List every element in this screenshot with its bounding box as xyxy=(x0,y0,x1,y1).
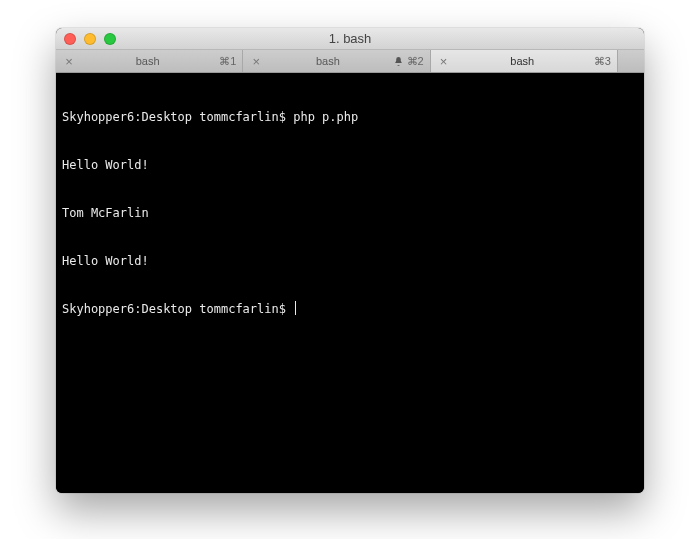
tab-label: bash xyxy=(76,55,219,67)
close-tab-icon[interactable]: × xyxy=(249,54,263,69)
tab-label: bash xyxy=(263,55,392,67)
tab-2[interactable]: × bash ⌘2 xyxy=(243,50,430,72)
tab-1[interactable]: × bash ⌘1 xyxy=(56,50,243,72)
tab-shortcut: ⌘2 xyxy=(407,55,424,68)
terminal-line: Skyhopper6:Desktop tommcfarlin$ php p.ph… xyxy=(62,109,638,125)
tab-3[interactable]: × bash ⌘3 xyxy=(431,50,618,72)
tab-bar: × bash ⌘1 × bash ⌘2 × bash ⌘3 xyxy=(56,50,644,73)
close-tab-icon[interactable]: × xyxy=(437,54,451,69)
tab-shortcut: ⌘1 xyxy=(219,55,236,68)
prompt: Skyhopper6:Desktop tommcfarlin$ xyxy=(62,110,286,124)
prompt: Skyhopper6:Desktop tommcfarlin$ xyxy=(62,302,286,316)
titlebar[interactable]: 1. bash xyxy=(56,28,644,50)
close-icon[interactable] xyxy=(64,33,76,45)
window-title: 1. bash xyxy=(56,31,644,46)
window-controls xyxy=(56,33,116,45)
bell-icon xyxy=(393,56,404,67)
tab-shortcut: ⌘3 xyxy=(594,55,611,68)
close-tab-icon[interactable]: × xyxy=(62,54,76,69)
terminal-window: 1. bash × bash ⌘1 × bash ⌘2 × bash ⌘3 xyxy=(56,28,644,493)
terminal-line: Hello World! xyxy=(62,157,638,173)
terminal-content[interactable]: Skyhopper6:Desktop tommcfarlin$ php p.ph… xyxy=(56,73,644,493)
minimize-icon[interactable] xyxy=(84,33,96,45)
tab-overflow[interactable] xyxy=(618,50,644,72)
terminal-line: Hello World! xyxy=(62,253,638,269)
tab-label: bash xyxy=(451,55,594,67)
command: php p.php xyxy=(293,110,358,124)
zoom-icon[interactable] xyxy=(104,33,116,45)
cursor-icon xyxy=(295,301,296,315)
terminal-line: Skyhopper6:Desktop tommcfarlin$ xyxy=(62,301,638,317)
terminal-line: Tom McFarlin xyxy=(62,205,638,221)
